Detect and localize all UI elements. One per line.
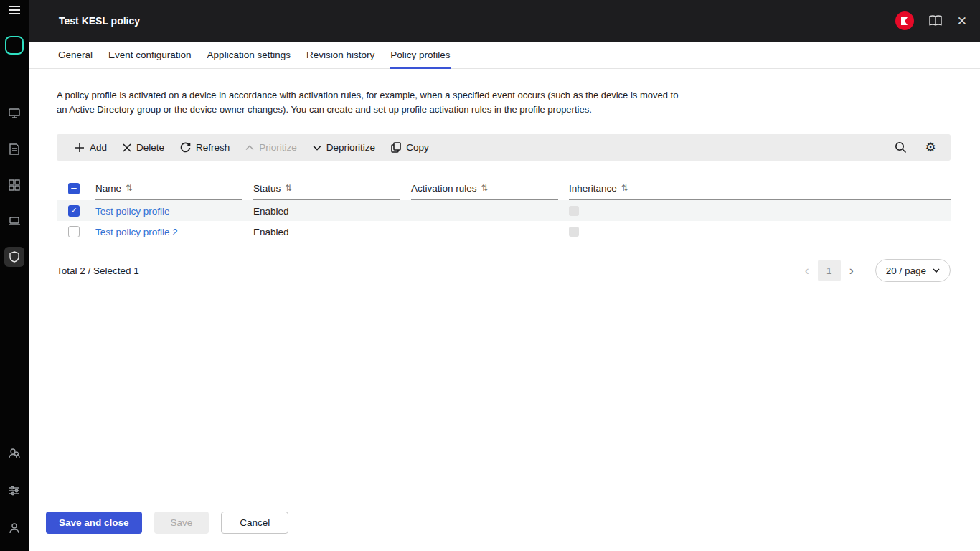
table-row[interactable]: Test policy profile 2 Enabled (57, 221, 951, 242)
sort-icon[interactable]: ⇅ (481, 183, 489, 193)
tab-revision-history[interactable]: Revision history (306, 42, 375, 68)
page-number-button[interactable]: 1 (818, 260, 841, 281)
cancel-button[interactable]: Cancel (221, 512, 288, 534)
search-icon[interactable] (890, 138, 910, 158)
select-all-checkbox[interactable] (68, 183, 80, 194)
add-button[interactable]: Add (67, 134, 115, 161)
policy-profiles-panel: General Event configuration Application … (29, 42, 980, 551)
sidebar (0, 0, 29, 551)
delete-button[interactable]: Delete (115, 134, 172, 161)
refresh-button[interactable]: Refresh (172, 134, 237, 161)
sort-icon[interactable]: ⇅ (126, 183, 133, 193)
dialog-actions: Save and close Save Cancel (46, 512, 288, 534)
inheritance-checkbox (569, 206, 579, 216)
inheritance-checkbox (569, 227, 579, 237)
previous-page-icon[interactable]: ‹ (801, 263, 814, 278)
table-header-row: Name ⇅ Status ⇅ Activation rules ⇅ Inher… (57, 177, 951, 200)
chevron-down-icon (933, 268, 940, 273)
profile-name-link[interactable]: Test policy profile 2 (95, 227, 178, 237)
page-size-select[interactable]: 20 / page (875, 259, 951, 282)
tab-policy-profiles[interactable]: Policy profiles (390, 42, 451, 68)
column-header-name[interactable]: Name ⇅ (95, 177, 242, 200)
save-button[interactable]: Save (154, 512, 209, 534)
devices-icon[interactable] (4, 211, 24, 231)
pagination: ‹ 1 › 20 / page (801, 259, 951, 282)
policy-profiles-table: Name ⇅ Status ⇅ Activation rules ⇅ Inher… (57, 177, 951, 242)
column-header-activation-rules[interactable]: Activation rules ⇅ (411, 177, 558, 200)
profile-name-link[interactable]: Test policy profile (95, 206, 170, 217)
tab-application-settings[interactable]: Application settings (207, 42, 291, 68)
monitoring-icon[interactable] (4, 103, 24, 123)
close-icon[interactable]: ✕ (957, 15, 967, 27)
apps-grid-icon[interactable] (4, 175, 24, 195)
status-value: Enabled (253, 227, 289, 237)
save-and-close-button[interactable]: Save and close (46, 512, 142, 534)
status-value: Enabled (253, 206, 289, 217)
settings-sliders-icon[interactable] (4, 481, 24, 501)
next-page-icon[interactable]: › (845, 263, 858, 278)
help-book-icon[interactable] (928, 15, 943, 27)
deprioritize-button[interactable]: Deprioritize (305, 134, 383, 161)
sort-icon[interactable]: ⇅ (621, 183, 628, 193)
account-icon[interactable] (4, 518, 24, 538)
policy-profile-description: A policy profile is activated on a devic… (57, 88, 688, 117)
window-header: Test KESL policy ✕ (29, 0, 980, 42)
hamburger-menu-icon[interactable] (4, 0, 24, 20)
users-icon[interactable] (4, 443, 24, 463)
prioritize-button[interactable]: Prioritize (237, 134, 305, 161)
product-logo (5, 36, 24, 55)
table-footer: Total 2 / Selected 1 ‹ 1 › 20 / page (57, 259, 951, 282)
tab-bar: General Event configuration Application … (29, 42, 980, 69)
total-selected-count: Total 2 / Selected 1 (57, 265, 139, 276)
row-checkbox[interactable] (68, 226, 80, 237)
copy-button[interactable]: Copy (383, 134, 437, 161)
window-title: Test KESL policy (59, 15, 140, 27)
tab-event-configuration[interactable]: Event configuration (108, 42, 192, 68)
column-header-inheritance[interactable]: Inheritance ⇅ (569, 177, 951, 200)
column-header-status[interactable]: Status ⇅ (253, 177, 400, 200)
row-checkbox[interactable]: ✓ (68, 205, 80, 217)
reports-icon[interactable] (4, 139, 24, 159)
sort-icon[interactable]: ⇅ (285, 183, 292, 193)
gear-icon[interactable]: ⚙ (920, 138, 941, 158)
brand-badge-icon[interactable] (895, 11, 914, 30)
table-toolbar: Add Delete Refresh Prioritize Deprioriti… (57, 134, 951, 161)
table-row[interactable]: ✓ Test policy profile Enabled (57, 200, 951, 221)
policies-icon[interactable] (4, 247, 24, 267)
tab-general[interactable]: General (57, 42, 93, 68)
